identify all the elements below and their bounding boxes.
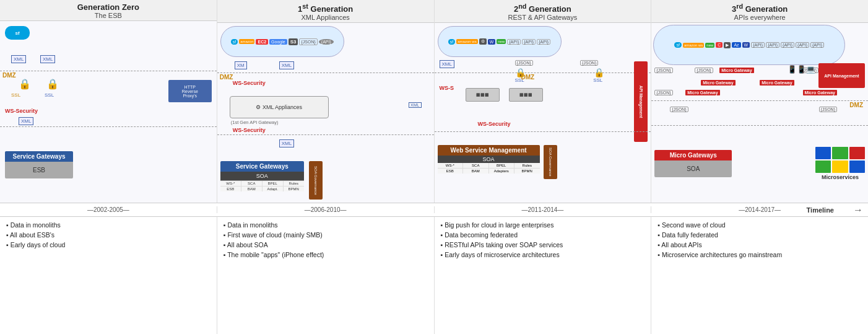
dmz-line-gen1 (217, 73, 434, 73)
xml-gen1-1: XM (235, 61, 247, 69)
timeline-arrow: → (853, 204, 863, 216)
xml-gen1-3: XML (409, 102, 421, 108)
bullets-gen3: Second wave of cloud Data fully federate… (651, 217, 868, 334)
cloud-gen3: sf amazon ws new C ▶ Az W {API} {API} {A… (653, 25, 845, 65)
ssl-lock-2: 🔒 (46, 78, 59, 90)
soa-governance-gen1: SOA Governance (309, 161, 323, 200)
period-gen0: —2002-2005— (0, 206, 217, 213)
cloud-gen1: sf amazon EC2 Google S3 {JSON} {API} (220, 26, 344, 57)
bullet-gen1-2: All about SOA (224, 240, 428, 250)
gen2-title: 2nd Generation (436, 2, 650, 14)
xml-gen1-2: XML (279, 61, 294, 69)
gen0-diagram: sf XML XML DMZ 🔒 🔒 SSL SSL HTTPReversePr… (0, 21, 217, 203)
ws-security-gen1-2: WS-Security (233, 127, 266, 133)
device-icons-gen3: 📱📱💻 (788, 65, 815, 74)
wss-gen2: WS-S (440, 85, 454, 91)
api-management-gen3-top: API Management (818, 63, 865, 88)
timeline-label: Timeline (807, 206, 834, 214)
http-proxy-box: HTTPReverseProxy's (168, 80, 212, 102)
ws-security-gen2: WS-Security (478, 121, 511, 127)
period-gen3: —2014-2017— (651, 206, 868, 213)
bullet-gen2-0: Big push for cloud in large enterprises (441, 221, 645, 231)
dmz-label-gen1: DMZ (220, 74, 233, 81)
bullet-gen3-0: Second wave of cloud (658, 221, 862, 231)
dmz-label-gen2: DMZ (521, 74, 535, 81)
router2-gen2: ▦▦▦ (509, 88, 543, 102)
gen1-title: 1st Generation (219, 2, 433, 14)
bullets-gen0: Data in monoliths All about ESB's Early … (0, 217, 217, 334)
json-gen3-4: {JSON} (654, 90, 672, 95)
bullet-list-gen3: Second wave of cloud Data fully federate… (658, 221, 862, 260)
dmz-line-gen3 (651, 100, 868, 101)
bullet-gen3-2: All about APIs (658, 240, 862, 250)
cloud-gen2: sf amazon ws ⚙ W new {API} {API} {API} (438, 26, 562, 57)
gen3-diagram: sf amazon ws new C ▶ Az W {API} {API} {A… (651, 23, 868, 203)
micro-gw-2: Micro Gateway (701, 80, 735, 86)
salesforce-logo-gen0: sf (5, 26, 30, 40)
bullet-gen0-0: Data in monoliths (6, 221, 210, 231)
ssl-label-2: SSL (45, 92, 54, 98)
gen1-col: 1st Generation XML Appliances sf amazon … (217, 0, 435, 203)
bullet-list-gen1: Data in monoliths First wave of cloud (m… (224, 221, 428, 260)
period-gen1: —2006-2010— (217, 206, 435, 213)
gen1-subtitle: XML Appliances (219, 14, 433, 21)
bullet-gen3-1: Data fully federated (658, 231, 862, 240)
dmz-label-gen3: DMZ (849, 102, 863, 108)
soa-governance-gen2: SOA Governance (544, 145, 557, 179)
gen2-diagram: sf amazon ws ⚙ W new {API} {API} {API} X… (435, 23, 651, 203)
bullets-gen1: Data in monoliths First wave of cloud (m… (217, 217, 435, 334)
dashed-line2-gen3 (651, 125, 868, 126)
gen0-header: Generation Zero The ESB (0, 0, 217, 21)
bullets-row: Data in monoliths All about ESB's Early … (0, 217, 868, 334)
gen1-header: 1st Generation XML Appliances (217, 0, 434, 23)
ssl-label-1: SSL (11, 92, 20, 98)
micro-gw-3: Micro Gateway (760, 80, 794, 86)
gen0-subtitle: The ESB (1, 12, 215, 19)
period-gen2: —2011-2014— (435, 206, 652, 213)
ws-security-gen1: WS-Security (233, 80, 266, 86)
json-gen3-2: {JSON} (695, 68, 713, 73)
bullet-gen1-3: The mobile "apps" (iPhone effect) (224, 250, 428, 260)
router1-gen2: ▦▦▦ (466, 88, 500, 102)
microservices-gen3: Microservices (815, 147, 865, 187)
xml-gen2-1: XML (440, 60, 454, 68)
dmz-label-gen0: DMZ (2, 72, 16, 79)
xml-label-2: XML (40, 55, 55, 63)
json-gen3-1: {JSON} (654, 68, 672, 73)
json-gen3-6: {JSON} (819, 107, 837, 112)
gen3-header: 3rd Generation APIs everywhere (651, 0, 868, 23)
gen3-title: 3rd Generation (653, 2, 867, 14)
ssl-lock-1: 🔒 (19, 78, 31, 90)
ssl-label-gen2-2: SSL (593, 77, 602, 83)
api-management-gen2: API Management (634, 61, 648, 142)
bullet-gen0-1: All about ESB's (6, 231, 210, 240)
micro-gw-1: Micro Gateway (719, 68, 753, 73)
main-container: Generation Zero The ESB sf XML XML DMZ 🔒… (0, 0, 868, 334)
gen2-col: 2nd Generation REST & API Gateways sf am… (435, 0, 652, 203)
dmz-line-gen2 (435, 73, 651, 73)
json-gen3-5: {JSON} (670, 107, 688, 112)
api-gateway-gen1: (1st Gen API Gateway) (231, 120, 279, 125)
dmz-line-gen0 (0, 71, 217, 71)
dashed-line2-gen1 (217, 134, 434, 135)
service-gateways-gen0: Service Gateways ESB (5, 151, 73, 185)
json-gen2-1: {JSON} (515, 60, 533, 66)
gen1-diagram: sf amazon EC2 Google S3 {JSON} {API} XM … (217, 23, 434, 203)
gen0-col: Generation Zero The ESB sf XML XML DMZ 🔒… (0, 0, 217, 203)
bullet-gen0-2: Early days of cloud (6, 240, 210, 250)
json-gen2-2: {JSON} (580, 60, 598, 66)
dashed-line2-gen0 (0, 126, 217, 127)
xml-label-1: XML (11, 55, 26, 63)
dashed-line2-gen2 (435, 131, 651, 132)
bullet-list-gen2: Big push for cloud in large enterprises … (441, 221, 645, 260)
ws-security-gen0: WS-Security (5, 108, 38, 114)
micro-gw-4: Micro Gateway (685, 90, 719, 95)
xml-gen1-4: XML (279, 139, 294, 147)
wsm-gen2: Web Service Management SOA WS-* SCA BPEL… (438, 145, 540, 179)
bullet-gen1-0: Data in monoliths (224, 221, 428, 231)
bullet-list-gen0: Data in monoliths All about ESB's Early … (6, 221, 210, 250)
service-gateways-gen1: Service Gateways SOA WS-* SCA BPEL Rules… (220, 161, 304, 200)
xml-appliances-box: ⚙ XML Appliances (230, 96, 329, 118)
xml-label-3: XML (19, 117, 33, 125)
bullet-gen2-2: RESTful APIs taking over SOAP services (441, 240, 645, 250)
